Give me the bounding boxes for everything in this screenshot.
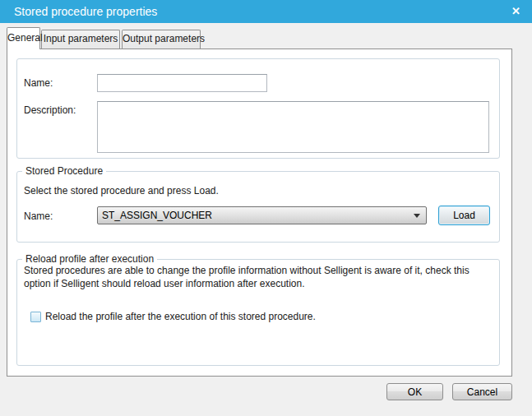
window-title: Stored procedure properties	[14, 0, 157, 23]
tab-panel-general: Name: Description: Stored Procedure Sele…	[7, 49, 512, 377]
reload-description: Stored procedures are able to change the…	[24, 264, 497, 290]
tab-input-parameters[interactable]: Input parameters	[41, 30, 120, 49]
stored-procedure-group: Stored Procedure Select the stored proce…	[16, 171, 500, 243]
description-label: Description:	[24, 104, 76, 116]
name-input[interactable]	[97, 74, 267, 92]
procedure-select-value: ST_ASSIGN_VOUCHER	[102, 210, 212, 221]
cancel-button[interactable]: Cancel	[452, 383, 512, 400]
reload-checkbox[interactable]	[30, 312, 41, 322]
stored-procedure-group-title: Stored Procedure	[22, 165, 106, 177]
procedure-select[interactable]: ST_ASSIGN_VOUCHER	[97, 206, 427, 224]
name-label: Name:	[24, 77, 53, 89]
close-icon[interactable]: ✕	[510, 0, 522, 23]
titlebar: Stored procedure properties ✕	[0, 0, 532, 23]
ok-button[interactable]: OK	[386, 383, 443, 400]
reload-profile-group: Reload profile after execution Stored pr…	[16, 259, 500, 366]
reload-checkbox-label[interactable]: Reload the profile after the execution o…	[45, 311, 316, 322]
name-description-group: Name: Description:	[16, 58, 500, 159]
reload-group-title: Reload profile after execution	[22, 253, 157, 265]
stored-procedure-properties-dialog: Stored procedure properties ✕ General In…	[0, 0, 532, 416]
description-textarea[interactable]	[97, 101, 489, 153]
load-button[interactable]: Load	[438, 206, 490, 225]
tab-output-parameters[interactable]: Output parameters	[122, 30, 201, 49]
chevron-down-icon	[414, 214, 420, 218]
tab-general[interactable]: General	[7, 27, 40, 49]
procedure-name-label: Name:	[24, 210, 53, 222]
instruction-text: Select the stored procedure and press Lo…	[24, 185, 219, 196]
